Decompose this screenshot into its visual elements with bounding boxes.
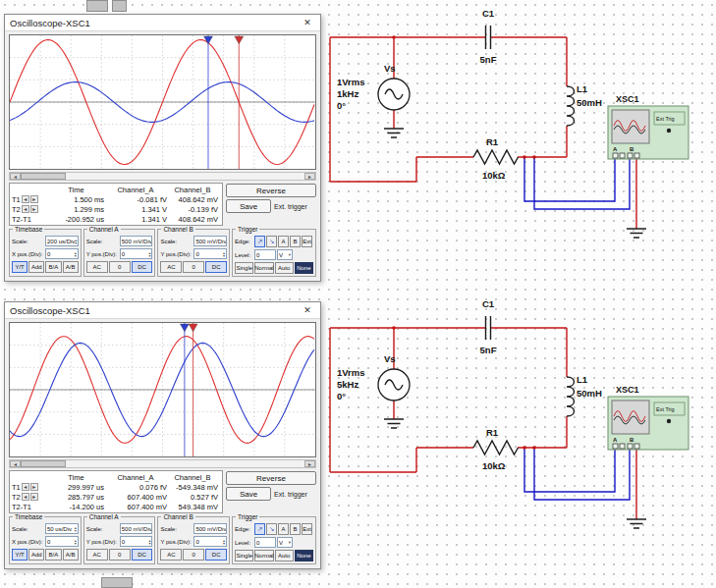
- timebase-scale-input[interactable]: 200 us/Div▴▾: [45, 236, 79, 246]
- zero-button[interactable]: 0: [109, 549, 131, 561]
- ba-mode-button[interactable]: B/A: [45, 261, 61, 273]
- close-icon[interactable]: ✕: [300, 305, 315, 315]
- none-button[interactable]: None: [295, 262, 313, 274]
- ac-button[interactable]: AC: [160, 261, 182, 273]
- save-button[interactable]: Save: [226, 199, 271, 213]
- spin-up-icon[interactable]: ▴: [152, 239, 153, 241]
- spin-down-icon[interactable]: ▾: [223, 542, 225, 545]
- zero-button[interactable]: 0: [109, 261, 131, 273]
- trigger-source-ext-button[interactable]: Ext: [302, 523, 312, 535]
- ac-source-symbol[interactable]: [378, 79, 410, 110]
- channel-b-scale-input[interactable]: 500 mV/Div▴▾: [193, 236, 227, 246]
- resistor-symbol[interactable]: [473, 441, 519, 454]
- capacitor-symbol[interactable]: [486, 316, 491, 340]
- add-mode-button[interactable]: Add: [28, 549, 44, 561]
- channel-a-scale-input[interactable]: 500 mV/Div▴▾: [120, 523, 153, 534]
- edge-falling-button[interactable]: ↘: [266, 236, 277, 247]
- dc-button[interactable]: DC: [205, 549, 227, 561]
- level-unit-select[interactable]: V▾: [277, 249, 293, 260]
- ac-button[interactable]: AC: [86, 261, 108, 273]
- spin-down-icon[interactable]: ▾: [226, 529, 227, 532]
- reverse-button[interactable]: Reverse: [226, 471, 316, 485]
- spin-down-icon[interactable]: ▾: [75, 542, 77, 545]
- dc-button[interactable]: DC: [205, 261, 227, 273]
- spin-up-icon[interactable]: ▴: [152, 526, 153, 529]
- trigger-level-input[interactable]: 0: [254, 537, 276, 548]
- window-titlebar[interactable]: Oscilloscope-XSC1 ✕: [5, 15, 320, 31]
- ground-symbol[interactable]: [627, 519, 646, 528]
- t1-prev-icon[interactable]: ◄: [22, 195, 29, 203]
- resistor-symbol[interactable]: [473, 150, 519, 164]
- channel-b-scale-input[interactable]: 500 mV/Div▴▾: [193, 523, 227, 534]
- trigger-source-a-button[interactable]: A: [278, 523, 289, 535]
- t1-prev-icon[interactable]: ◄: [22, 483, 29, 491]
- edge-rising-button[interactable]: ↗: [254, 523, 265, 535]
- display-scrollbar[interactable]: ◄ ►: [9, 172, 316, 181]
- auto-button[interactable]: Auto: [275, 550, 294, 561]
- ba-mode-button[interactable]: B/A: [45, 549, 61, 561]
- spin-up-icon[interactable]: ▴: [226, 239, 227, 241]
- ground-symbol[interactable]: [384, 419, 404, 428]
- oscilloscope-instrument[interactable]: Ext Trig A B: [608, 397, 688, 450]
- edge-rising-button[interactable]: ↗: [254, 236, 265, 247]
- scroll-left-icon[interactable]: ◄: [10, 173, 21, 180]
- timebase-scale-input[interactable]: 50 us/Div▴▾: [45, 523, 79, 534]
- scrollbar-thumb[interactable]: [21, 460, 66, 467]
- scrollbar-track[interactable]: [66, 173, 304, 180]
- scrollbar-thumb[interactable]: [21, 173, 66, 180]
- spin-down-icon[interactable]: ▾: [148, 542, 150, 545]
- scroll-right-icon[interactable]: ►: [304, 460, 315, 467]
- inductor-symbol[interactable]: [567, 86, 575, 126]
- save-button[interactable]: Save: [226, 487, 271, 501]
- channel-a-scale-input[interactable]: 500 mV/Div▴▾: [120, 236, 153, 246]
- normal-button[interactable]: Normal: [254, 262, 273, 274]
- ground-symbol[interactable]: [384, 129, 404, 137]
- trigger-source-b-button[interactable]: B: [290, 523, 301, 535]
- ac-source-symbol[interactable]: [378, 369, 410, 401]
- t2-next-icon[interactable]: ►: [30, 205, 38, 213]
- channel-a-ypos-input[interactable]: 0▴▾: [120, 536, 153, 547]
- spin-down-icon[interactable]: ▾: [75, 241, 77, 244]
- yt-mode-button[interactable]: Y/T: [12, 549, 28, 561]
- reverse-button[interactable]: Reverse: [226, 184, 316, 197]
- edge-falling-button[interactable]: ↘: [266, 523, 277, 535]
- spin-down-icon[interactable]: ▾: [75, 529, 77, 532]
- spin-down-icon[interactable]: ▾: [226, 241, 227, 244]
- scroll-left-icon[interactable]: ◄: [10, 460, 21, 467]
- t2-next-icon[interactable]: ►: [30, 493, 38, 501]
- display-scrollbar[interactable]: ◄ ►: [9, 459, 316, 468]
- zero-button[interactable]: 0: [183, 261, 204, 273]
- none-button[interactable]: None: [295, 550, 313, 561]
- trigger-level-input[interactable]: 0: [254, 249, 276, 260]
- ac-button[interactable]: AC: [160, 549, 182, 561]
- dc-button[interactable]: DC: [132, 261, 153, 273]
- t1-next-icon[interactable]: ►: [30, 195, 38, 203]
- scrollbar-track[interactable]: [66, 460, 304, 467]
- inductor-symbol[interactable]: [567, 377, 575, 416]
- trigger-source-ext-button[interactable]: Ext: [302, 236, 312, 247]
- capacitor-symbol[interactable]: [486, 26, 491, 49]
- spin-down-icon[interactable]: ▾: [223, 254, 225, 257]
- t1-next-icon[interactable]: ►: [30, 483, 38, 491]
- yt-mode-button[interactable]: Y/T: [12, 261, 28, 273]
- level-unit-select[interactable]: V▾: [277, 537, 293, 548]
- channel-a-ypos-input[interactable]: 0▴▾: [120, 248, 153, 259]
- zero-button[interactable]: 0: [183, 549, 204, 561]
- spin-down-icon[interactable]: ▾: [152, 241, 153, 244]
- auto-button[interactable]: Auto: [275, 262, 294, 274]
- scroll-right-icon[interactable]: ►: [304, 173, 315, 180]
- single-button[interactable]: Single: [235, 262, 253, 274]
- t2-prev-icon[interactable]: ◄: [22, 205, 29, 213]
- trigger-source-b-button[interactable]: B: [290, 236, 301, 247]
- trigger-source-a-button[interactable]: A: [278, 236, 289, 247]
- spin-down-icon[interactable]: ▾: [148, 254, 150, 257]
- t2-prev-icon[interactable]: ◄: [22, 493, 29, 501]
- window-titlebar[interactable]: Oscilloscope-XSC1 ✕: [5, 302, 320, 319]
- spin-down-icon[interactable]: ▾: [75, 254, 77, 257]
- timebase-xpos-input[interactable]: 0▴▾: [45, 248, 79, 259]
- ground-symbol[interactable]: [627, 229, 646, 238]
- dc-button[interactable]: DC: [132, 549, 153, 561]
- spin-down-icon[interactable]: ▾: [152, 529, 153, 532]
- timebase-xpos-input[interactable]: 0▴▾: [45, 536, 79, 547]
- spin-up-icon[interactable]: ▴: [226, 526, 227, 529]
